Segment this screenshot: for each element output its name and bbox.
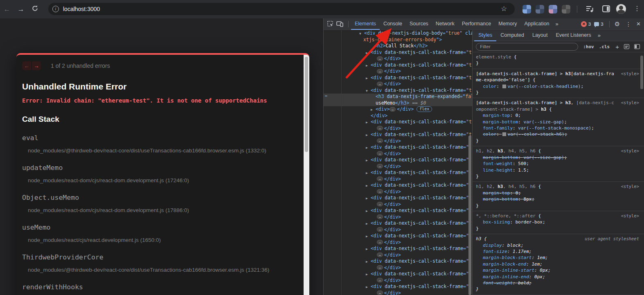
expand-arrow-icon[interactable]: ▶ xyxy=(366,195,368,202)
dom-tree-row[interactable]: …</div> xyxy=(324,189,472,195)
dom-tree-row[interactable]: ▼<div data-nextjs-call-stack-frame="true… xyxy=(324,87,472,94)
expand-arrow-icon[interactable]: ▼ xyxy=(366,88,368,94)
next-error-button[interactable]: → xyxy=(32,61,41,70)
dom-tree-row[interactable]: ▶<div data-nextjs-call-stack-frame="true… xyxy=(324,220,472,227)
row-options-icon[interactable]: ⋯ xyxy=(325,93,328,99)
browser-menu-icon[interactable]: ⋮ xyxy=(634,4,640,12)
dom-tree-row[interactable]: ▶<div data-nextjs-call-stack-frame="true… xyxy=(324,62,472,69)
inline-expand-button[interactable]: … xyxy=(377,139,383,143)
dom-tree-row[interactable]: …</div> xyxy=(324,227,472,233)
extension-icon-1[interactable] xyxy=(522,5,531,13)
devtools-tab-network[interactable]: Network xyxy=(432,18,458,30)
elements-scrollbar-thumb[interactable] xyxy=(468,136,471,295)
expand-arrow-icon[interactable]: ▶ xyxy=(366,221,368,227)
dom-tree-row[interactable]: …</div> xyxy=(324,252,472,259)
style-origin-link[interactable]: <style> xyxy=(621,213,639,219)
device-toolbar-icon[interactable] xyxy=(336,21,343,27)
dom-tree-row[interactable]: ▶<div data-nextjs-call-stack-frame="true… xyxy=(324,284,472,290)
forward-icon[interactable]: → xyxy=(14,5,28,13)
sidebar-more-tabs-icon[interactable]: » xyxy=(598,30,601,41)
expand-arrow-icon[interactable]: ▶ xyxy=(366,75,368,82)
dom-tree-row[interactable]: ▶<div data-nextjs-call-stack-frame="true… xyxy=(324,119,472,125)
rule-selector[interactable]: <style>h1, h2, h3, h4, h5, h6 { xyxy=(476,148,642,154)
dom-tree-row[interactable]: ▶<div data-nextjs-call-stack-frame="true… xyxy=(324,75,472,81)
dom-tree-row[interactable]: xtjs-container-errors-body"> xyxy=(324,37,472,43)
expand-arrow-icon[interactable]: ▶ xyxy=(366,170,368,177)
dom-tree-row[interactable]: ▶<div data-nextjs-call-stack-frame="true… xyxy=(324,132,472,138)
previous-error-button[interactable]: ← xyxy=(22,61,31,70)
devtools-settings-icon[interactable]: ⚙ xyxy=(615,20,620,28)
dom-tree-row[interactable]: …</div> xyxy=(324,201,472,208)
inline-expand-button[interactable]: … xyxy=(377,189,383,194)
sidebar-tab-layout[interactable]: Layout xyxy=(528,30,552,41)
css-declaration[interactable]: display: block; xyxy=(476,242,642,248)
sidebar-tab-styles[interactable]: Styles xyxy=(474,30,496,41)
style-origin-link[interactable]: <style> xyxy=(621,100,639,106)
dom-tree-row[interactable]: ▶<div data-nextjs-call-stack-frame="true… xyxy=(324,271,472,277)
css-declaration[interactable]: font-weight: 500; xyxy=(476,161,642,167)
dom-tree-row[interactable]: …</div> xyxy=(324,138,472,145)
side-panel-icon[interactable] xyxy=(602,5,610,12)
expand-arrow-icon[interactable]: ▼ xyxy=(359,31,361,37)
bookmark-star-icon[interactable]: ☆ xyxy=(501,5,507,12)
dom-tree-row[interactable]: …</div> xyxy=(324,214,472,221)
devtools-tab-memory[interactable]: Memory xyxy=(495,18,520,30)
dom-tree-row[interactable]: ⋯<h3 data-nextjs-frame-expanded="false"> xyxy=(324,94,472,100)
devtools-tab-console[interactable]: Console xyxy=(380,18,406,30)
devtools-menu-icon[interactable]: ⋮ xyxy=(626,21,631,27)
back-icon[interactable]: ← xyxy=(0,5,14,13)
dom-tree-row[interactable]: ▶<div data-nextjs-call-stack-frame="true… xyxy=(324,208,472,214)
inline-expand-button[interactable]: … xyxy=(377,278,383,282)
css-declaration[interactable]: font-weight: bold; xyxy=(476,280,642,286)
dom-tree-row[interactable]: ▶<div data-nextjs-call-stack-frame="true… xyxy=(324,182,472,189)
color-swatch[interactable] xyxy=(502,85,506,88)
toggle-cls[interactable]: .cls xyxy=(599,44,610,49)
rule-selector[interactable]: <style>[data-nextjs-call-stack-frame] > … xyxy=(476,71,642,83)
devtools-tab-performance[interactable]: Performance xyxy=(458,18,495,30)
extension-icon-2[interactable] xyxy=(536,5,544,13)
dom-tree-row[interactable]: …</div> xyxy=(324,277,472,284)
dom-tree-row[interactable]: ▶<div data-nextjs-call-stack-frame="true… xyxy=(324,233,472,239)
inline-expand-button[interactable]: … xyxy=(377,177,383,181)
expand-arrow-icon[interactable]: ▶ xyxy=(366,157,368,164)
extension-icon-4[interactable] xyxy=(562,5,570,13)
css-declaration[interactable]: margin-top: 0; xyxy=(476,190,642,196)
new-style-rule-icon[interactable]: + xyxy=(615,44,619,50)
expand-arrow-icon[interactable]: ▶ xyxy=(366,132,368,139)
inline-expand-button[interactable]: … xyxy=(377,56,383,61)
css-declaration[interactable]: margin-bottom: 8px; xyxy=(476,196,642,202)
toggle-sidebar-icon[interactable] xyxy=(634,44,640,49)
inspect-element-icon[interactable] xyxy=(327,20,334,27)
inline-expand-button[interactable]: … xyxy=(377,126,383,130)
inline-expand-button[interactable]: … xyxy=(377,82,383,86)
expand-arrow-icon[interactable]: ▶ xyxy=(366,145,368,151)
dom-tree-row[interactable]: …</div> xyxy=(324,290,472,295)
error-badge-icon[interactable]: ✕ xyxy=(581,21,587,27)
devtools-tab-elements[interactable]: Elements xyxy=(351,18,380,30)
inline-expand-button[interactable]: … xyxy=(377,265,383,270)
expand-arrow-icon[interactable]: ▶ xyxy=(366,233,368,240)
css-declaration[interactable]: margin-bottom: var(--size-gap); xyxy=(476,154,642,161)
rule-selector[interactable]: <style>*, *::before, *::after { xyxy=(476,213,642,219)
expand-arrow-icon[interactable]: ▶ xyxy=(366,271,368,278)
expand-arrow-icon[interactable]: ▶ xyxy=(366,119,368,126)
style-origin-link[interactable]: <style> xyxy=(621,71,639,77)
url-text[interactable]: localhost:3000 xyxy=(63,6,100,12)
expand-arrow-icon[interactable]: ▶ xyxy=(366,183,368,189)
dom-tree-row[interactable]: </div> xyxy=(324,113,472,119)
css-declaration[interactable]: color: var(--color-stack-h6); xyxy=(476,131,642,137)
dom-tree-row[interactable]: ▶<div data-nextjs-call-stack-frame="true… xyxy=(324,195,472,201)
computed-styles-icon[interactable] xyxy=(624,44,629,49)
dom-tree-row[interactable]: …</div> xyxy=(324,125,472,132)
css-declaration[interactable]: box-sizing: border-box; xyxy=(476,219,642,225)
devtools-close-icon[interactable]: ✕ xyxy=(636,21,641,27)
css-declaration[interactable]: margin-block-end: 1em; xyxy=(476,261,642,267)
sidebar-tab-computed[interactable]: Computed xyxy=(496,30,528,41)
inline-expand-button[interactable]: … xyxy=(377,253,383,257)
css-declaration[interactable]: margin-block-start: 1em; xyxy=(476,255,642,261)
rule-selector[interactable]: element.style { xyxy=(476,54,642,60)
inline-expand-button[interactable]: … xyxy=(377,291,383,295)
dom-tree-row[interactable]: …</div> xyxy=(324,176,472,183)
inline-expand-button[interactable]: … xyxy=(390,107,396,112)
inline-expand-button[interactable]: … xyxy=(377,227,383,232)
